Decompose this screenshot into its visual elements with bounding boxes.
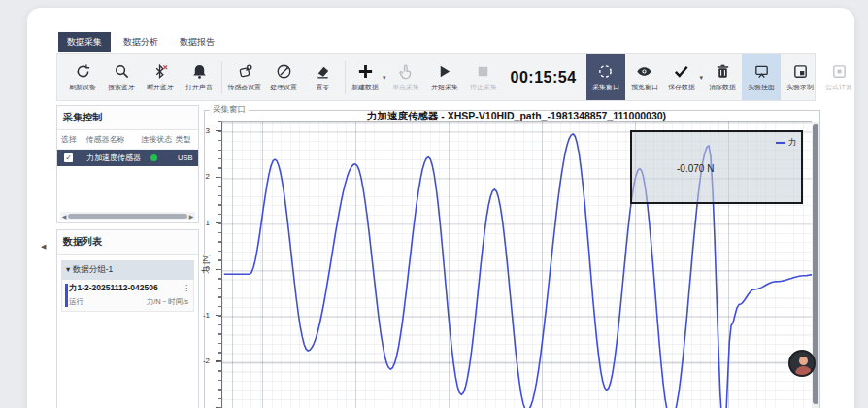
clear-data-button[interactable]: 清除数据	[703, 54, 742, 100]
collect-window-button[interactable]: 采集窗口	[586, 54, 625, 100]
avatar	[799, 357, 808, 365]
toolbar: 刷新设备 搜索蓝牙 断开蓝牙 打开声音 传感器设置 处理设置 置零	[56, 53, 816, 101]
sensor-icon	[237, 63, 253, 80]
zero-button[interactable]: 置零	[303, 54, 342, 100]
sensor-settings-button[interactable]: 传感器设置	[225, 54, 264, 100]
experiment-record-button[interactable]: 实验录制	[781, 54, 819, 100]
item-axes: 力/N－时间/s	[147, 297, 188, 307]
experiment-chart-button[interactable]: 实验挂图	[742, 54, 781, 100]
tab-data-analysis[interactable]: 数据分析	[115, 32, 167, 52]
y-tick-label: 1	[206, 219, 210, 227]
search-icon	[114, 63, 130, 80]
y-axis-name: 力 [N]	[200, 255, 211, 274]
formula-icon	[831, 63, 848, 80]
collect-control-panel: 采集控制 选择 传感器名称 连接状态 类型 ✓ 力加速度传感器 USB ◀ ▶	[56, 105, 199, 223]
tab-data-collect[interactable]: 数据采集	[58, 32, 111, 52]
item-accent-bar	[65, 284, 68, 307]
play-icon	[436, 63, 452, 80]
item-title: 力1-2-20251112-042506	[69, 283, 188, 294]
record-icon	[792, 63, 809, 80]
chart-legend: 力	[776, 137, 797, 149]
start-collect-button[interactable]: 开始采集	[425, 54, 464, 100]
sensor-type: USB	[178, 153, 192, 162]
data-group-header[interactable]: ▾ 数据分组-1	[61, 260, 194, 280]
scroll-right-icon[interactable]: ▶	[187, 213, 195, 220]
sensor-table-header: 选择 传感器名称 连接状态 类型	[57, 130, 198, 150]
hand-point-icon	[397, 63, 414, 80]
y-tick-label: 2	[206, 172, 210, 181]
preview-window-button[interactable]: 预览窗口	[625, 54, 664, 100]
data-list-panel: 数据列表 ▾ 数据分组-1 力1-2-20251112-042506 运行 力/…	[56, 229, 199, 408]
item-status: 运行	[69, 297, 83, 307]
refresh-devices-button[interactable]: 刷新设备	[63, 54, 102, 100]
check-icon	[673, 63, 689, 80]
dial-pencil-icon	[276, 63, 292, 80]
item-menu-icon[interactable]: ⋮	[183, 284, 190, 292]
dashed-circle-icon	[597, 63, 614, 80]
stop-icon	[475, 63, 491, 80]
y-tick-label: -1	[203, 311, 210, 320]
open-sound-button[interactable]: 打开声音	[180, 54, 218, 100]
eye-icon	[636, 63, 652, 80]
collect-timer: 00:15:54	[511, 69, 577, 86]
process-settings-button[interactable]: 处理设置	[264, 54, 303, 100]
bluetooth-disconnect-icon	[152, 63, 169, 80]
point-sample-button[interactable]: 单点采集	[386, 54, 425, 100]
sensor-name: 力加速度传感器	[86, 153, 143, 163]
main-tab-bar: 数据采集 数据分析 数据报告	[58, 32, 223, 52]
refresh-icon	[75, 63, 91, 80]
legend-line-swatch	[776, 142, 785, 144]
sensor-checkbox[interactable]: ✓	[64, 153, 73, 162]
collect-control-title: 采集控制	[57, 106, 198, 130]
value-annotation: -0.070 N	[677, 163, 714, 174]
status-dot	[150, 154, 157, 161]
data-list-title: 数据列表	[57, 230, 198, 255]
formula-calc-button[interactable]: 公式计算	[819, 54, 858, 100]
trash-icon	[715, 63, 731, 80]
new-data-button[interactable]: 新建数据	[349, 54, 382, 100]
eraser-icon	[315, 63, 331, 80]
save-data-button[interactable]: 保存数据	[664, 54, 699, 100]
toolbar-separator	[345, 61, 346, 94]
sensor-row[interactable]: ✓ 力加速度传感器 USB	[57, 150, 198, 166]
scrollbar-thumb[interactable]	[68, 214, 187, 219]
legend-label: 力	[788, 137, 797, 149]
stop-collect-button[interactable]: 停止采集	[464, 54, 503, 100]
scroll-left-icon[interactable]: ◀	[60, 213, 68, 220]
search-bluetooth-button[interactable]: 搜索蓝牙	[102, 54, 141, 100]
bell-icon	[191, 63, 208, 80]
plus-icon	[357, 63, 374, 80]
assistant-avatar-button[interactable]	[788, 350, 816, 377]
toolbar-separator	[221, 61, 222, 94]
board-icon	[753, 63, 770, 80]
chart-plot-area[interactable]: 力 -0.070 N	[221, 121, 812, 408]
disconnect-bluetooth-button[interactable]: 断开蓝牙	[141, 54, 180, 100]
y-tick-label: -2	[203, 357, 210, 365]
tab-data-report[interactable]: 数据报告	[171, 32, 223, 52]
data-list-item[interactable]: 力1-2-20251112-042506 运行 力/N－时间/s ⋮	[61, 280, 194, 312]
horizontal-scrollbar[interactable]: ◀ ▶	[60, 212, 195, 220]
sidebar-collapse-icon[interactable]: ◀	[41, 243, 46, 251]
y-tick-label: 3	[206, 126, 210, 135]
